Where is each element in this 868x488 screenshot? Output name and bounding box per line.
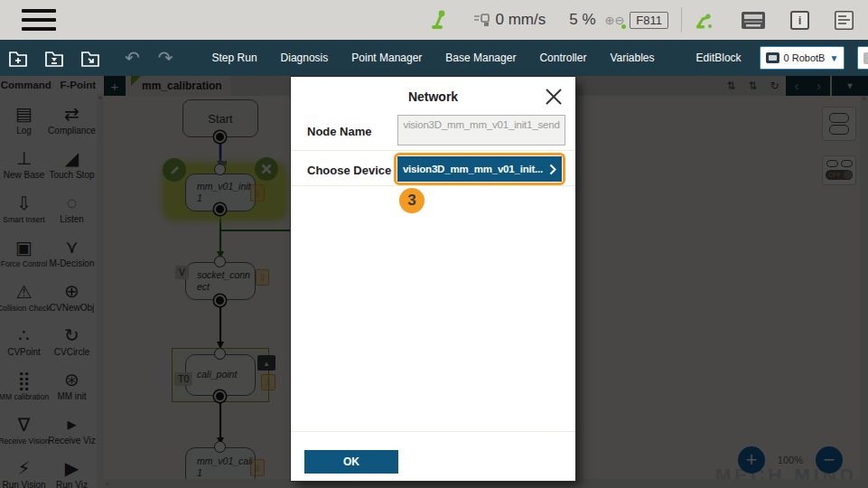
info-icon[interactable]: i (790, 11, 809, 30)
robot-base-icon (766, 52, 779, 63)
speed-percent: 5 % (569, 11, 595, 29)
dialog-title: Network (291, 89, 575, 104)
menu-diagnosis[interactable]: Diagnosis (269, 52, 341, 64)
log-list-icon[interactable] (835, 11, 854, 30)
node-name-label: Node Name (307, 125, 372, 138)
robot-speed-icon (473, 13, 491, 27)
top-status-bar: 0 mm/s 5 % ⊕⊖ F811 i (0, 0, 868, 40)
undo-icon[interactable]: ↶ (125, 49, 140, 67)
dialog-close-button[interactable] (543, 86, 565, 108)
robot-arm-icon[interactable] (695, 10, 714, 30)
menu-point-manager[interactable]: Point Manager (340, 52, 434, 64)
divider (291, 150, 575, 151)
menu-controller[interactable]: Controller (527, 52, 598, 64)
menu-base-manager[interactable]: Base Manager (434, 52, 527, 64)
application-window: 0 mm/s 5 % ⊕⊖ F811 i ↶ ↷ (0, 0, 868, 488)
node-name-input[interactable]: vision3D_mm_mm_v01_init1_send (397, 115, 565, 145)
divider (291, 185, 575, 186)
virtual-keyboard-icon[interactable] (742, 12, 765, 29)
robot-selector-dropdown[interactable]: 0 RobotB ▼ (760, 46, 845, 70)
menu-step-run[interactable]: Step Run (201, 52, 269, 64)
frame-badge: F811 (630, 12, 668, 29)
annotation-highlight-ring: vision3D_mm_mm_v01_init... (394, 153, 565, 185)
close-icon (543, 86, 565, 108)
divider (681, 7, 682, 33)
chevron-down-icon: ▼ (829, 53, 838, 63)
menu-editblock[interactable]: EditBlock (685, 52, 753, 64)
open-project-icon[interactable] (80, 49, 100, 68)
choose-device-label: Choose Device (307, 164, 391, 177)
save-project-icon[interactable] (44, 49, 64, 68)
divider (291, 431, 575, 432)
tool-selector-dropdown[interactable]: T 0 NOTOC ▼ (857, 46, 868, 70)
hamburger-menu-icon[interactable] (22, 9, 56, 31)
speed-value: 0 mm/s (496, 11, 546, 29)
tool-badge-icon: T (863, 52, 868, 64)
annotation-step-badge: 3 (399, 188, 425, 213)
main-toolbar: ↶ ↷ Step Run Diagnosis Point Manager Bas… (0, 40, 868, 76)
chevron-right-icon (549, 164, 556, 175)
redo-icon[interactable]: ↷ (158, 49, 173, 67)
choose-device-button[interactable]: vision3D_mm_mm_v01_init... (397, 156, 562, 182)
network-dialog: Network Node Name vision3D_mm_mm_v01_ini… (291, 77, 575, 481)
new-project-icon[interactable] (8, 49, 28, 68)
ok-button[interactable]: OK (304, 450, 398, 474)
zoom-glasses-icon: ⊕⊖ (605, 14, 625, 27)
menu-variables[interactable]: Variables (598, 52, 666, 64)
jog-lever-icon (430, 10, 448, 30)
